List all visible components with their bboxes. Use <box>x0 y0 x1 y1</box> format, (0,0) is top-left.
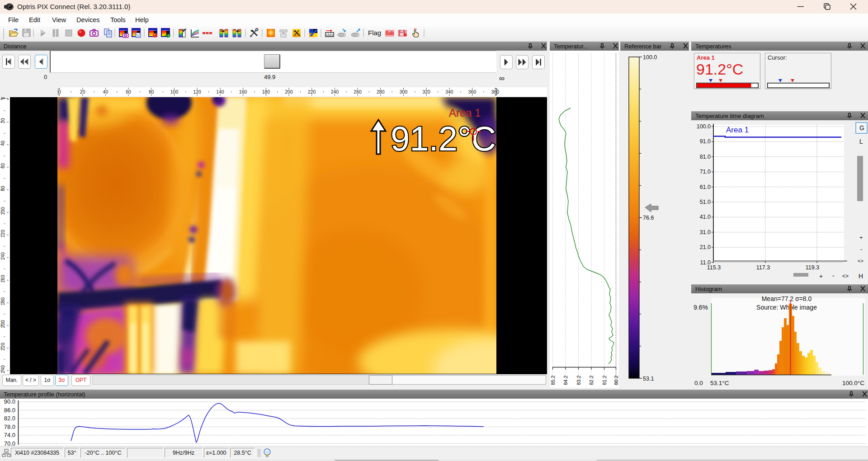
svg-text:H: H <box>859 273 863 280</box>
svg-text:160: 160 <box>0 275 5 283</box>
svg-text:0.0: 0.0 <box>694 380 703 386</box>
svg-text:82.0: 82.0 <box>4 415 15 422</box>
svg-text:160: 160 <box>239 89 247 94</box>
svg-text:280: 280 <box>377 89 385 94</box>
svg-text:40: 40 <box>0 141 5 146</box>
svg-text:Area 1: Area 1 <box>726 126 749 134</box>
svg-text:Sub: Sub <box>386 31 394 36</box>
svg-text:140: 140 <box>0 252 5 260</box>
svg-text:100: 100 <box>170 89 179 94</box>
svg-text:71.0: 71.0 <box>700 169 711 175</box>
svg-text:61.0: 61.0 <box>700 184 711 190</box>
svg-text:0: 0 <box>0 97 5 99</box>
svg-text:0: 0 <box>58 89 61 94</box>
svg-text:119.3: 119.3 <box>806 264 819 271</box>
svg-text:78.0: 78.0 <box>4 423 15 430</box>
svg-text:Mean=77.2 σ=8.0: Mean=77.2 σ=8.0 <box>762 295 812 302</box>
svg-text:<>: <> <box>858 258 863 263</box>
svg-text:100.0: 100.0 <box>697 123 711 130</box>
svg-text:220: 220 <box>0 343 5 351</box>
svg-text:200: 200 <box>0 320 5 328</box>
svg-text:90.0: 90.0 <box>4 399 15 405</box>
svg-text:240: 240 <box>331 89 339 94</box>
svg-text:<>: <> <box>842 273 849 279</box>
svg-text:L: L <box>859 138 863 145</box>
svg-text:120: 120 <box>193 89 201 94</box>
svg-text:20: 20 <box>80 89 85 94</box>
svg-text:320: 320 <box>422 89 430 94</box>
svg-text:31.0: 31.0 <box>700 229 711 235</box>
svg-text:80: 80 <box>0 186 5 191</box>
svg-text:80.2: 80.2 <box>613 376 619 385</box>
svg-text:70.0: 70.0 <box>4 440 15 446</box>
svg-text:60: 60 <box>0 163 5 169</box>
svg-text:74.0: 74.0 <box>4 432 15 438</box>
svg-text:81.0: 81.0 <box>700 154 711 160</box>
svg-text:80: 80 <box>149 89 154 94</box>
svg-text:53.1°C: 53.1°C <box>710 380 729 386</box>
svg-text:340: 340 <box>445 89 453 94</box>
svg-text:40: 40 <box>103 89 108 94</box>
svg-text:100.0°C: 100.0°C <box>842 380 864 386</box>
svg-text:-: - <box>832 272 835 279</box>
svg-text:240: 240 <box>0 365 5 373</box>
svg-text:220: 220 <box>308 89 316 94</box>
svg-text:82.2: 82.2 <box>589 376 594 385</box>
svg-text:85.2: 85.2 <box>550 376 556 385</box>
svg-text:380: 380 <box>491 89 500 94</box>
svg-text:360: 360 <box>468 89 476 94</box>
svg-text:60: 60 <box>126 89 131 94</box>
svg-text:140: 140 <box>216 89 224 94</box>
svg-text:100: 100 <box>0 207 5 215</box>
svg-text:86.0: 86.0 <box>4 407 15 414</box>
svg-text:G: G <box>859 124 864 132</box>
svg-text:300: 300 <box>400 89 408 94</box>
svg-text:115.3: 115.3 <box>707 264 721 271</box>
svg-text:100.0: 100.0 <box>643 54 657 61</box>
svg-text:84.2: 84.2 <box>563 376 568 385</box>
svg-text:9.6%: 9.6% <box>693 304 708 311</box>
svg-text:41.0: 41.0 <box>700 214 711 220</box>
svg-text:21.0: 21.0 <box>700 244 711 250</box>
svg-text:200: 200 <box>285 89 293 94</box>
svg-text:120: 120 <box>0 230 5 238</box>
svg-text:180: 180 <box>262 89 270 94</box>
svg-text:83.2: 83.2 <box>576 376 581 385</box>
svg-text:180: 180 <box>0 297 5 306</box>
svg-text:20: 20 <box>0 118 5 123</box>
svg-text:53.1: 53.1 <box>643 376 654 382</box>
svg-text:51.0: 51.0 <box>700 199 711 205</box>
svg-text:81.2: 81.2 <box>602 376 607 385</box>
svg-text:+: + <box>859 234 863 241</box>
svg-text:117.3: 117.3 <box>756 264 770 271</box>
svg-text:-: - <box>860 246 862 253</box>
svg-text:76.6: 76.6 <box>643 215 654 221</box>
svg-text:Source: Whole image: Source: Whole image <box>756 304 817 311</box>
svg-text:+: + <box>819 273 823 280</box>
svg-text:260: 260 <box>354 89 362 94</box>
svg-text:91.2°C: 91.2°C <box>391 119 496 158</box>
svg-text:91.0: 91.0 <box>700 138 711 145</box>
svg-text:Area 1: Area 1 <box>449 107 481 119</box>
